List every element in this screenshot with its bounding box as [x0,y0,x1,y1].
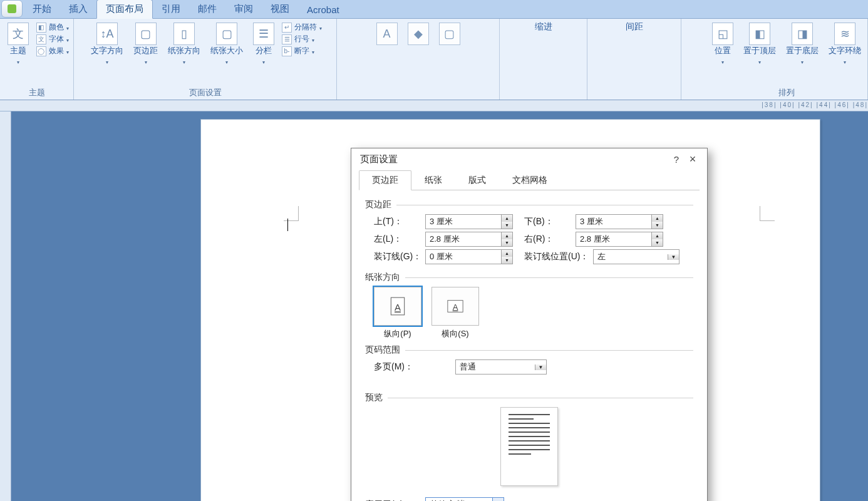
multi-pages-combo[interactable]: 普通 ▼ [455,359,547,374]
section-margins-title: 页边距 [365,199,391,210]
tab-review[interactable]: 审阅 [225,0,262,18]
columns-button[interactable]: ☰ 分栏 [251,21,277,68]
orientation-button[interactable]: ▯ 纸张方向 [165,21,203,68]
theme-colors-button[interactable]: ◧ 颜色 [36,21,69,33]
dialog-tab-margins[interactable]: 页边距 [359,170,411,190]
hyphenation-button[interactable]: b- 断字 [282,45,322,57]
dialog-title: 页面设置 [360,153,398,165]
bring-to-front-button[interactable]: ◧ 置于顶层 [741,21,778,68]
palette-icon: ◧ [36,23,46,33]
page-color-icon: ◆ [408,23,429,45]
margin-top-input[interactable]: 3 厘米 ▲▼ [425,214,513,229]
group-page-setup-label: 页面设置 [78,86,333,98]
chevron-down-icon[interactable]: ▼ [668,254,679,260]
hyphenation-icon: b- [282,46,292,56]
multi-pages-label: 多页(M)： [374,361,455,373]
tab-home[interactable]: 开始 [24,0,60,18]
spinner-up-icon[interactable]: ▲ [502,215,512,222]
margin-right-input[interactable]: 2.8 厘米 ▲▼ [576,232,663,247]
portrait-label: 纵向(P) [374,328,421,339]
apply-to-combo[interactable]: 整篇文档 ▼ 整篇文档 插入点之后 [425,497,504,501]
margin-bottom-label: 下(B)： [524,216,576,227]
dialog-close-button[interactable]: × [685,153,701,166]
text-direction-icon: ↕A [96,23,118,45]
position-icon: ◱ [712,23,733,45]
tab-page-layout[interactable]: 页面布局 [96,0,153,19]
margin-left-label: 左(L)： [374,234,425,245]
document-workspace: |38| |40| |42| |44| |46| |48| 页面设置 ? × 页… [0,100,868,501]
section-preview-title: 预览 [365,392,383,403]
portrait-icon: A [389,296,406,316]
bring-front-icon: ◧ [749,23,770,45]
tab-view[interactable]: 视图 [262,0,298,18]
margins-button[interactable]: ▢ 页边距 [131,21,160,68]
margin-top-label: 上(T)： [374,216,425,227]
gutter-position-combo[interactable]: 左 ▼ [593,249,679,264]
ribbon: 文 主题 ◧ 颜色 文 字体 ◯ 效果 [0,19,868,100]
theme-effects-button[interactable]: ◯ 效果 [36,45,69,57]
ribbon-tab-strip: 开始 插入 页面布局 引用 邮件 审阅 视图 Acrobat [0,0,868,19]
page-color-button[interactable]: ◆ [405,21,431,46]
text-cursor [287,219,288,231]
theme-fonts-button[interactable]: 文 字体 [36,33,69,45]
size-button[interactable]: ▢ 纸张大小 [208,21,245,68]
breaks-icon: ↵ [282,23,292,33]
page-borders-icon: ▢ [439,23,460,45]
group-themes-label: 主题 [4,86,70,98]
columns-icon: ☰ [253,23,274,45]
chevron-down-icon[interactable]: ▼ [492,498,504,501]
text-direction-button[interactable]: ↕A 文字方向 [88,21,126,68]
landscape-icon: A [447,296,464,316]
themes-label: 主题 [10,46,26,56]
position-button[interactable]: ◱ 位置 [710,21,736,68]
tab-acrobat[interactable]: Acrobat [298,1,348,18]
dialog-help-button[interactable]: ? [668,154,685,165]
page-setup-dialog: 页面设置 ? × 页边距 纸张 版式 文档网格 页边距 上(T)： 3 厘米 ▲… [351,148,708,501]
size-icon: ▢ [216,23,237,45]
horizontal-ruler[interactable]: |38| |40| |42| |44| |46| |48| [0,100,868,111]
watermark-icon: A [376,23,398,45]
margin-bottom-input[interactable]: 3 厘米 ▲▼ [576,214,663,229]
tab-insert[interactable]: 插入 [60,0,96,18]
office-button[interactable] [1,0,23,18]
margin-corner-tr [760,206,775,221]
tab-mailings[interactable]: 邮件 [189,0,225,18]
section-pages-title: 页码范围 [365,344,400,356]
vertical-ruler[interactable] [0,111,11,501]
section-orientation-title: 纸张方向 [365,272,400,283]
breaks-button[interactable]: ↵ 分隔符 [282,21,322,33]
watermark-button[interactable]: A [374,21,400,46]
effects-icon: ◯ [36,46,46,56]
line-numbers-button[interactable]: ☰ 行号 [282,33,322,45]
themes-button[interactable]: 文 主题 [5,21,31,68]
orientation-icon: ▯ [173,23,195,45]
font-icon: 文 [36,34,46,44]
ruler-numbers: |38| |40| |42| |44| |46| |48| [762,101,868,108]
preview-pane [500,407,558,486]
dialog-tab-paper[interactable]: 纸张 [411,170,455,190]
landscape-label: 横向(S) [431,328,479,339]
margin-left-input[interactable]: 2.8 厘米 ▲▼ [425,232,513,247]
text-wrap-button[interactable]: ≋ 文字环绕 [826,21,864,68]
margin-right-label: 右(R)： [524,234,576,245]
orientation-landscape-button[interactable]: A [431,287,479,326]
gutter-input[interactable]: 0 厘米 ▲▼ [425,249,513,264]
page-borders-button[interactable]: ▢ [437,21,463,46]
gutter-label: 装订线(G)： [374,251,425,262]
gutter-position-label: 装订线位置(U)： [524,251,593,262]
send-back-icon: ◨ [792,23,813,45]
margin-corner-tl [284,206,299,221]
send-to-back-button[interactable]: ◨ 置于底层 [783,21,821,68]
tab-references[interactable]: 引用 [153,0,189,18]
dialog-tab-layout[interactable]: 版式 [455,170,499,190]
chevron-down-icon[interactable]: ▼ [535,364,546,370]
text-wrap-icon: ≋ [834,23,855,45]
margins-icon: ▢ [135,23,157,45]
svg-text:A: A [395,302,401,312]
spinner-down-icon[interactable]: ▼ [502,222,512,229]
spacing-header: 间距 [626,21,643,33]
group-arrange-label: 排列 [710,86,864,98]
orientation-portrait-button[interactable]: A [374,287,421,326]
indent-header: 缩进 [535,21,552,33]
dialog-tab-grid[interactable]: 文档网格 [499,170,561,190]
